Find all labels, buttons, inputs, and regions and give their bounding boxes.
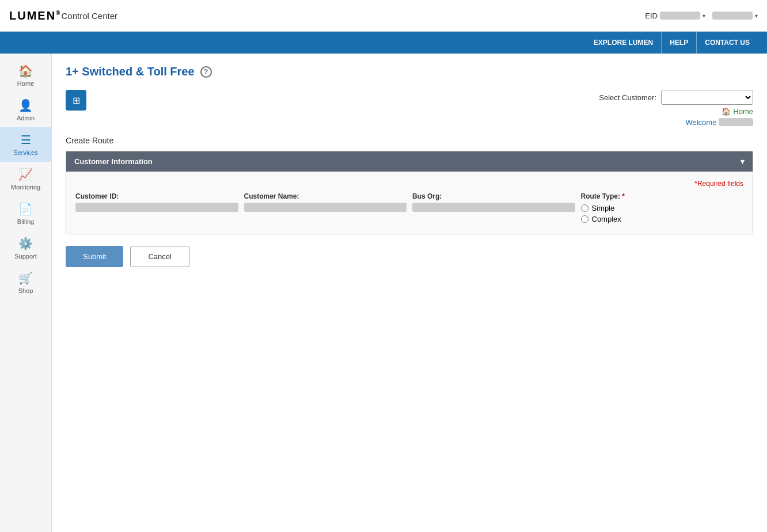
help-link[interactable]: HELP [662, 32, 697, 54]
sidebar: 🏠 Home 👤 Admin ☰ Services 📈 Monitoring 📄… [0, 54, 52, 532]
eid-chevron-icon: ▾ [703, 13, 705, 19]
grid-icon: ⊞ [73, 95, 80, 106]
radio-complex-option: Complex [581, 215, 744, 223]
right-controls: Select Customer: 🏠 Home Welcome [599, 90, 753, 127]
sidebar-item-home[interactable]: 🏠 Home [0, 58, 51, 93]
customer-name-label: Customer Name: [244, 192, 407, 200]
radio-simple-label: Simple [592, 204, 615, 212]
bus-org-field: Bus Org: [412, 192, 575, 226]
sidebar-item-shop-label: Shop [18, 287, 33, 294]
sidebar-item-admin[interactable]: 👤 Admin [0, 93, 51, 127]
admin-icon: 👤 [18, 98, 33, 112]
trademark: ® [56, 10, 61, 16]
home-link-icon: 🏠 [722, 107, 731, 116]
sidebar-item-shop[interactable]: 🛒 Shop [0, 265, 51, 300]
app-title: Control Center [61, 11, 117, 21]
sidebar-item-support[interactable]: ⚙️ Support [0, 231, 51, 265]
customer-info-panel: Customer Information ▾ *Required fields … [66, 151, 753, 234]
top-bar: ⊞ Select Customer: 🏠 Home Welcome [66, 90, 753, 127]
top-header: LUMEN® Control Center EID ▾ ▾ [0, 0, 767, 32]
bus-org-value [412, 203, 575, 212]
buttons-row: Submit Cancel [66, 246, 753, 267]
main-layout: 🏠 Home 👤 Admin ☰ Services 📈 Monitoring 📄… [0, 54, 767, 532]
shop-icon: 🛒 [18, 271, 33, 285]
welcome-row: Welcome [685, 118, 753, 127]
customer-id-label: Customer ID: [75, 192, 238, 200]
sidebar-item-monitoring-label: Monitoring [11, 184, 40, 191]
contact-us-link[interactable]: CONTACT US [697, 32, 758, 54]
home-breadcrumb-link[interactable]: 🏠 Home [722, 107, 753, 116]
explore-lumen-link[interactable]: EXPLORE LUMEN [586, 32, 662, 54]
support-icon: ⚙️ [18, 237, 33, 250]
route-type-label: Route Type: * [581, 192, 744, 200]
user-chevron-icon: ▾ [755, 13, 758, 19]
header-right: EID ▾ ▾ [645, 12, 758, 20]
help-icon[interactable]: ? [200, 66, 212, 78]
sidebar-item-billing-label: Billing [17, 218, 34, 225]
cancel-button[interactable]: Cancel [130, 246, 189, 267]
welcome-label: Welcome [685, 118, 716, 127]
home-link-label: Home [733, 107, 753, 116]
eid-label: EID [645, 12, 658, 20]
customer-name-field: Customer Name: [244, 192, 407, 226]
home-icon: 🏠 [18, 64, 33, 78]
monitoring-icon: 📈 [18, 168, 33, 181]
billing-icon: 📄 [18, 202, 33, 216]
radio-complex-input[interactable] [581, 215, 588, 223]
sidebar-item-support-label: Support [14, 253, 37, 260]
grid-menu-button[interactable]: ⊞ [66, 90, 86, 111]
page-title: 1+ Switched & Toll Free [66, 65, 195, 78]
sidebar-item-admin-label: Admin [17, 115, 35, 121]
eid-value [660, 12, 700, 20]
sidebar-item-services[interactable]: ☰ Services [0, 127, 51, 162]
route-type-field: Route Type: * Simple Complex [581, 192, 744, 226]
page-title-row: 1+ Switched & Toll Free ? [66, 65, 753, 78]
sidebar-item-services-label: Services [13, 149, 37, 156]
blue-nav-bar: EXPLORE LUMEN HELP CONTACT US [0, 32, 767, 54]
sidebar-item-billing[interactable]: 📄 Billing [0, 196, 51, 231]
sidebar-item-monitoring[interactable]: 📈 Monitoring [0, 162, 51, 196]
customer-name-value [244, 203, 407, 212]
logo-text: LUMEN [9, 9, 56, 22]
required-star: * [622, 192, 625, 200]
customer-info-grid: Customer ID: Customer Name: Bus Org: [75, 192, 743, 226]
bus-org-label: Bus Org: [412, 192, 575, 200]
content-area: 1+ Switched & Toll Free ? ⊞ Select Custo… [52, 54, 767, 532]
logo: LUMEN® [9, 9, 61, 22]
radio-simple-input[interactable] [581, 204, 588, 212]
eid-dropdown[interactable]: EID ▾ [645, 12, 705, 20]
panel-body: *Required fields Customer ID: Customer N… [66, 172, 753, 234]
select-customer-label: Select Customer: [599, 93, 656, 102]
required-note: *Required fields [75, 180, 743, 188]
user-value [712, 12, 753, 20]
welcome-username [719, 118, 753, 126]
services-icon: ☰ [21, 133, 31, 147]
select-customer-row: Select Customer: [599, 90, 753, 105]
submit-button[interactable]: Submit [66, 246, 123, 267]
radio-complex-label: Complex [592, 215, 621, 223]
customer-select[interactable] [661, 90, 753, 105]
user-dropdown[interactable]: ▾ [712, 12, 758, 20]
panel-header-label: Customer Information [74, 157, 153, 166]
sidebar-item-home-label: Home [17, 80, 34, 87]
panel-header[interactable]: Customer Information ▾ [66, 151, 753, 172]
radio-simple-option: Simple [581, 204, 744, 212]
customer-id-value [75, 203, 238, 212]
section-title: Create Route [66, 136, 753, 145]
collapse-icon: ▾ [741, 157, 745, 166]
customer-id-field: Customer ID: [75, 192, 238, 226]
